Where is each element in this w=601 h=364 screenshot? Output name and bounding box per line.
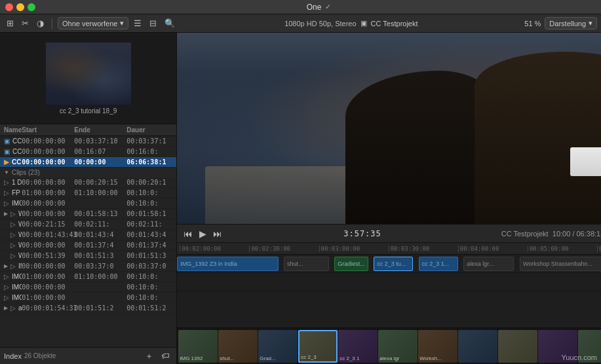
project-item[interactable]: ▶CC Testprojekt 00:00:00:00 00:00:00 06:… — [0, 157, 176, 168]
ruler-tick: 00:05:30:00 — [597, 246, 601, 252]
library-icon[interactable]: ⊞ — [4, 17, 16, 29]
clip-alexa[interactable]: alexa lgr... — [463, 257, 514, 271]
filmstrip-item[interactable] — [498, 330, 537, 363]
chevron-down-icon: ▾ — [120, 19, 124, 27]
clip-icon: ▷ — [4, 200, 9, 207]
list-item[interactable]: ▷Workshop Strassenbah... 00:00:01:43:43 … — [0, 230, 176, 240]
reel-icon-2: ▣ — [4, 148, 10, 155]
list-item[interactable]: ▷1 DSC_8631 Cassandra... 00:00:00:00 00:… — [0, 177, 176, 188]
list-item[interactable]: ▣CC india 00:00:00:00 00:03:37:10 00:03:… — [0, 136, 176, 147]
search-icon[interactable]: 🔍 — [162, 17, 178, 29]
filmstrip: IMG 1392 shut... Grad... cc 2_3 cc 2_3 1… — [177, 327, 601, 364]
expand-icon[interactable]: ▼ — [4, 170, 9, 175]
filmstrip-item-active[interactable]: cc 2_3 — [298, 330, 338, 363]
titlebar-center: One ✓ — [42, 3, 596, 12]
toolbar-center: 1080p HD 50p, Stereo ▣ CC Testprojekt — [180, 19, 522, 27]
timeline-tracks: IMG_1392 Z3 in India shut... Gradiest...… — [177, 255, 601, 327]
list-icon[interactable]: ☰ — [131, 17, 144, 29]
filmstrip-item[interactable]: alexa lgr — [378, 330, 417, 363]
clip-img1392[interactable]: IMG_1392 Z3 in India — [177, 257, 278, 271]
clip-icon: ▷ — [4, 179, 9, 186]
expand-icon-4[interactable]: ▶ — [4, 305, 8, 311]
list-item[interactable]: ▣CC alexa 00:00:00:00 00:16:07 00:16:0: — [0, 147, 176, 157]
clips-section-header: ▼ Clips (23) — [0, 168, 176, 177]
timeline-track-1: IMG_1392 Z3 in India shut... Gradiest...… — [177, 255, 601, 273]
clip-icon: ▷ — [10, 231, 16, 238]
clip-cc23-2[interactable]: cc 2_3 1... — [419, 257, 458, 271]
prev-frame-button[interactable]: ⏮ — [182, 227, 194, 240]
media-list: ▣CC india 00:00:00:00 00:03:37:10 00:03:… — [0, 136, 176, 347]
add-icon[interactable]: ＋ — [142, 349, 156, 363]
close-button[interactable] — [5, 3, 13, 11]
preview-controls: ⏮ ▶ ⏭ 3:57:35 CC Testprojekt 10:00 / 06:… — [177, 224, 601, 242]
clip-cc23-active[interactable]: cc 2_3 tu... — [374, 257, 413, 271]
filmstrip-item[interactable]: cc 2_3 1 — [338, 330, 378, 363]
zoom-level: 51 % — [524, 20, 541, 27]
left-panel: cc 2_3 tutorial 18_9 Name Start Ende Dau… — [0, 33, 177, 364]
monitor-icon: ▣ — [360, 19, 367, 27]
filmstrip-item[interactable]: Worksh... — [418, 330, 457, 363]
list-item[interactable]: ▷FP 01:00:00:00 01:10:00:00 00:10:0: — [0, 188, 176, 198]
traffic-lights — [5, 3, 35, 11]
filmstrip-item[interactable]: Grad... — [258, 330, 298, 363]
list-item[interactable]: ▷Workshop Strassenbah... 00:00:51:39 00:… — [0, 251, 176, 261]
resolution-label: 1080p HD 50p, Stereo — [284, 20, 356, 27]
ruler-tick: 00:03:00:00 — [319, 246, 389, 252]
ruler-tick: 00:03:30:00 — [389, 246, 458, 252]
expand-icon-3[interactable]: ▶ — [4, 263, 8, 269]
index-tab[interactable]: Index — [4, 352, 22, 360]
filmstrip-item[interactable] — [458, 330, 497, 363]
ruler-tick: 00:02:00:00 — [180, 246, 249, 252]
filmstrip-item[interactable]: IMG 1392 — [178, 330, 218, 363]
minimize-button[interactable] — [16, 3, 24, 11]
clip-icon: ▷ — [4, 273, 9, 280]
next-frame-button[interactable]: ⏭ — [212, 227, 223, 240]
toolbar-right: 51 % Darstellung ▾ — [524, 17, 597, 29]
list-item[interactable]: ▷IMG_2153 00:00:00:00 00:10:0: — [0, 198, 176, 209]
edit-icon[interactable]: ✂ — [19, 17, 31, 29]
filter-dropdown[interactable]: Ohne verworfene ▾ — [58, 17, 128, 29]
list-item[interactable]: ▷Workshop Strassenbah... 00:00:00:00 00:… — [0, 240, 176, 251]
object-count: 26 Objekte — [24, 352, 140, 359]
color-icon[interactable]: ◑ — [34, 17, 47, 29]
list-item[interactable]: ▷IMG_3581 01:00:00:00 00:10:0: — [0, 293, 176, 303]
list-item[interactable]: ▷IMG_3155 01:00:00:00 01:10:00:00 00:10:… — [0, 272, 176, 282]
col-end: Ende — [74, 126, 126, 134]
expand-icon-2[interactable]: ▶ — [4, 211, 8, 217]
thumbnail-image — [46, 43, 131, 105]
person-right-silhouette — [475, 52, 601, 224]
ruler-tick: 00:05:00:00 — [528, 246, 597, 252]
tag-icon[interactable]: 🏷 — [159, 350, 172, 362]
filmstrip-item[interactable]: shut... — [218, 330, 258, 363]
chevron-down-icon-2: ▾ — [589, 19, 592, 27]
play-button[interactable]: ▶ — [198, 227, 208, 240]
list-item[interactable]: ▶▷IMG_1392 Z3 in India 00:00:00:00 00:03… — [0, 261, 176, 272]
list-item[interactable]: ▷Workshop Strassenbah... 00:00:21:15 00:… — [0, 219, 176, 230]
col-name: Name — [4, 126, 22, 134]
col-start: Start — [22, 126, 74, 134]
list-item[interactable]: ▷IMG_3476 00:00:00:00 00:10:0: — [0, 282, 176, 293]
timeline-ruler: 00:02:00:00 00:02:30:00 00:03:00:00 00:0… — [177, 243, 601, 255]
clip-shut[interactable]: shut... — [284, 257, 329, 271]
clip-icon: ▷ — [4, 283, 9, 291]
preview-project-name: CC Testprojekt 10:00 / 06:38:13 — [501, 230, 601, 238]
clip-icon: ▷ — [4, 189, 9, 196]
clip-icon: ▷ — [4, 294, 9, 301]
fullscreen-button[interactable] — [28, 3, 35, 11]
toolbar: ⊞ ✂ ◑ Ohne verworfene ▾ ☰ ⊟ 🔍 1080p HD 5… — [0, 14, 601, 33]
folder-icon: ▶ — [4, 158, 9, 166]
clip-icon: ▷ — [10, 263, 16, 270]
preview-area — [177, 33, 601, 224]
clip-gradiest[interactable]: Gradiest... — [334, 257, 368, 271]
watermark: Yuucn.com — [562, 354, 597, 361]
project-label: CC Testprojekt — [371, 20, 418, 27]
clip-workshop[interactable]: Workshop Strassenbahn... — [520, 257, 601, 271]
list-item[interactable]: ▶▷Workshop Strassenbah... 00:00:00:00 00… — [0, 209, 176, 219]
laptop-prop — [570, 147, 601, 176]
clips-label: Clips (23) — [12, 169, 40, 176]
grid-icon[interactable]: ⊟ — [147, 17, 159, 29]
reel-icon: ▣ — [4, 137, 10, 145]
timecode-display: 3:57:35 — [343, 229, 381, 238]
list-item[interactable]: ▶▷alexa.lngr... 00:00:01:54:31 00:01:51:… — [0, 303, 176, 314]
view-dropdown[interactable]: Darstellung ▾ — [545, 17, 597, 29]
